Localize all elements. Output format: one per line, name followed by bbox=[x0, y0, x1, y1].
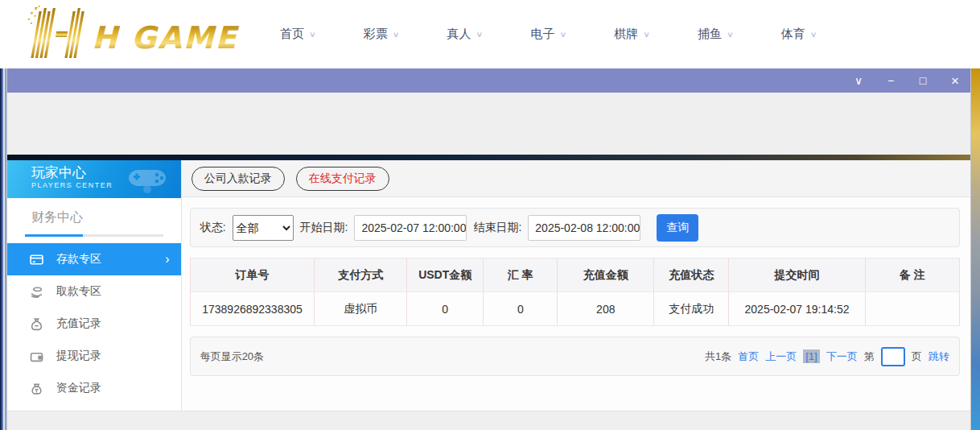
first-page-link[interactable]: 首页 bbox=[738, 349, 759, 364]
sidebar-item-label: 资金记录 bbox=[56, 381, 101, 395]
players-center-header: 玩家中心 PLAYERS CENTER bbox=[7, 160, 181, 198]
jump-suffix-label: 页 bbox=[912, 349, 922, 364]
start-date-input[interactable] bbox=[354, 215, 467, 241]
sidebar: 玩家中心 PLAYERS CENTER 财务中心 bbox=[7, 160, 182, 411]
nav-item-slots[interactable]: 电子 ∨ bbox=[530, 27, 566, 42]
cell-remarks bbox=[866, 292, 959, 325]
sidebar-item-cashout-records[interactable]: 提现记录 bbox=[7, 340, 181, 372]
nav-item-fishing[interactable]: 捕鱼 ∨ bbox=[698, 27, 734, 42]
logo-text: H GAME bbox=[92, 20, 239, 56]
window-controls: ∨ − □ × bbox=[851, 68, 962, 93]
records-table: 订单号 支付方式 USDT金额 汇 率 充值金额 充值状态 提交时间 备 注 1… bbox=[190, 258, 960, 326]
player-center-window: ∨ − □ × 玩家中心 PLAYERS CENTER 财务中心 bbox=[6, 68, 971, 430]
sidebar-item-recharge-records[interactable]: 充值记录 bbox=[7, 308, 181, 340]
minimize-icon[interactable]: − bbox=[883, 75, 898, 86]
sidebar-menu: 存款专区 › 取款专区 bbox=[7, 243, 181, 404]
recharge-bag-icon bbox=[30, 317, 43, 331]
status-select[interactable]: 全部 bbox=[233, 215, 294, 241]
search-button[interactable]: 查询 bbox=[657, 214, 698, 242]
table-header-row: 订单号 支付方式 USDT金额 汇 率 充值金额 充值状态 提交时间 备 注 bbox=[191, 258, 959, 292]
page-jump-input[interactable] bbox=[881, 347, 905, 366]
cell-usdt-amount: 0 bbox=[407, 292, 484, 325]
current-page-indicator: [1] bbox=[803, 349, 819, 363]
cell-order-number: 1738926892338305 bbox=[191, 292, 315, 325]
window-bottom-strip bbox=[7, 411, 970, 430]
tab-company-deposit-records[interactable]: 公司入款记录 bbox=[191, 167, 285, 191]
start-date-label: 开始日期: bbox=[300, 221, 348, 235]
pagination-controls: 共1条 首页 上一页 [1] 下一页 第 页 跳转 bbox=[705, 347, 949, 366]
filter-bar: 状态: 全部 开始日期: 结束日期: 查询 bbox=[190, 208, 960, 247]
nav-item-lottery[interactable]: 彩票 ∨ bbox=[364, 27, 400, 42]
end-date-label: 结束日期: bbox=[473, 221, 521, 235]
section-underline bbox=[25, 234, 163, 237]
close-icon[interactable]: × bbox=[948, 74, 962, 88]
total-count-text: 共1条 bbox=[705, 349, 731, 364]
chevron-down-icon: ∨ bbox=[559, 30, 566, 39]
nav-item-sports[interactable]: 体育 ∨ bbox=[781, 27, 817, 42]
next-page-link[interactable]: 下一页 bbox=[826, 349, 858, 364]
tab-online-payment-records[interactable]: 在线支付记录 bbox=[296, 167, 389, 191]
nav-item-live[interactable]: 真人 ∨ bbox=[447, 27, 484, 42]
cell-submit-time: 2025-02-07 19:14:52 bbox=[729, 292, 866, 325]
col-submit-time: 提交时间 bbox=[729, 258, 866, 291]
sidebar-item-deposit-zone[interactable]: 存款专区 › bbox=[7, 243, 181, 275]
navy-divider-band bbox=[7, 155, 970, 160]
sidebar-item-label: 充值记录 bbox=[56, 316, 101, 331]
deposit-card-icon bbox=[30, 253, 43, 267]
chevron-down-icon: ∨ bbox=[727, 30, 734, 39]
chevron-down-icon: ∨ bbox=[393, 30, 400, 39]
page-size-text: 每页显示20条 bbox=[200, 349, 264, 364]
jump-button[interactable]: 跳转 bbox=[929, 349, 949, 364]
maximize-icon[interactable]: □ bbox=[916, 75, 930, 86]
pagination-bar: 每页显示20条 共1条 首页 上一页 [1] 下一页 第 页 跳转 bbox=[190, 337, 960, 376]
funds-bag-icon bbox=[30, 382, 43, 395]
withdraw-hand-icon bbox=[30, 285, 43, 299]
gradient-right-edge-decoration bbox=[971, 68, 980, 430]
window-header-spacer bbox=[7, 93, 970, 155]
cashout-wallet-icon bbox=[30, 349, 43, 363]
cell-payment-method: 虚拟币 bbox=[315, 292, 407, 325]
chevron-down-icon: ∨ bbox=[643, 30, 650, 39]
sidebar-item-withdraw-zone[interactable]: 取款专区 bbox=[7, 275, 181, 308]
records-panel: 公司入款记录 在线支付记录 状态: 全部 开始日期: 结束日期: 查询 订单号 … bbox=[182, 160, 970, 411]
nav-item-chess[interactable]: 棋牌 ∨ bbox=[614, 27, 650, 42]
cell-recharge-status: 支付成功 bbox=[654, 292, 729, 325]
cell-exchange-rate: 0 bbox=[484, 292, 558, 325]
status-label: 状态: bbox=[200, 221, 226, 235]
col-remarks: 备 注 bbox=[866, 258, 959, 291]
gamepad-icon bbox=[125, 163, 170, 194]
top-navigation-bar: H GAME 首页 ∨ 彩票 ∨ 真人 ∨ 电子 ∨ 棋牌 ∨ 捕鱼 ∨ 体育 … bbox=[0, 0, 980, 68]
striped-left-edge-decoration bbox=[0, 68, 6, 430]
record-tabs: 公司入款记录 在线支付记录 bbox=[182, 160, 970, 197]
col-exchange-rate: 汇 率 bbox=[484, 258, 558, 291]
jump-prefix-label: 第 bbox=[864, 349, 875, 364]
logo-mark bbox=[21, 6, 85, 58]
col-recharge-status: 充值状态 bbox=[654, 258, 729, 291]
prev-page-link[interactable]: 上一页 bbox=[765, 349, 797, 364]
col-order-number: 订单号 bbox=[191, 258, 315, 291]
sidebar-item-label: 存款专区 bbox=[56, 252, 101, 267]
sidebar-item-label: 提现记录 bbox=[56, 349, 101, 363]
chevron-down-icon: ∨ bbox=[476, 30, 484, 39]
sidebar-item-funds-records[interactable]: 资金记录 bbox=[7, 372, 181, 404]
col-recharge-amount: 充值金额 bbox=[558, 258, 654, 291]
sidebar-item-label: 取款专区 bbox=[56, 284, 101, 299]
cell-recharge-amount: 208 bbox=[558, 292, 654, 325]
col-usdt-amount: USDT金额 bbox=[407, 258, 484, 291]
end-date-input[interactable] bbox=[528, 215, 640, 241]
col-payment-method: 支付方式 bbox=[315, 258, 407, 291]
hgame-logo[interactable]: H GAME bbox=[11, 5, 253, 63]
finance-center-heading: 财务中心 bbox=[31, 209, 181, 226]
dropdown-icon[interactable]: ∨ bbox=[851, 75, 866, 86]
nav-item-home[interactable]: 首页 ∨ bbox=[280, 27, 316, 42]
window-titlebar[interactable]: ∨ − □ × bbox=[7, 68, 970, 93]
chevron-right-icon: › bbox=[165, 252, 169, 267]
chevron-down-icon: ∨ bbox=[309, 30, 316, 39]
main-nav: 首页 ∨ 彩票 ∨ 真人 ∨ 电子 ∨ 棋牌 ∨ 捕鱼 ∨ 体育 ∨ bbox=[280, 0, 817, 68]
chevron-down-icon: ∨ bbox=[810, 30, 817, 39]
table-row: 1738926892338305 虚拟币 0 0 208 支付成功 2025-0… bbox=[191, 292, 959, 326]
